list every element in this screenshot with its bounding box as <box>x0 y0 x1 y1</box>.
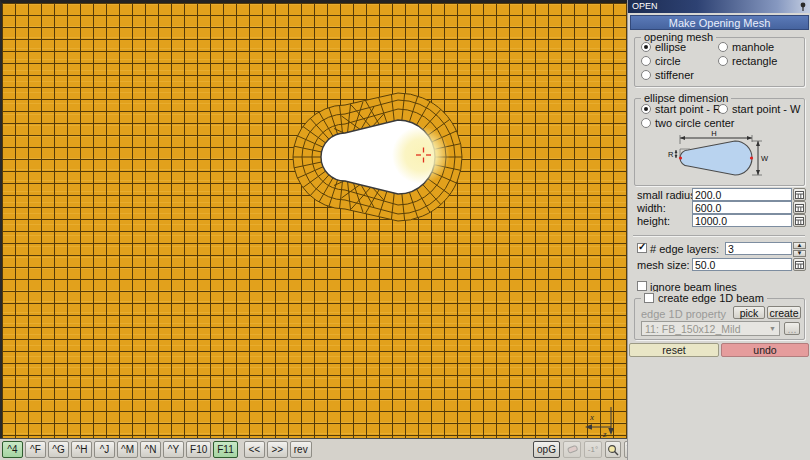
fkey-button[interactable]: F10 <box>186 441 211 458</box>
calculator-icon[interactable] <box>793 201 806 214</box>
radio-start-point-w[interactable]: start point - W <box>718 103 800 115</box>
edge-layers-input[interactable] <box>725 242 792 255</box>
fkey-button[interactable]: F11 <box>213 441 238 458</box>
fkey-button[interactable]: ^J <box>94 441 115 458</box>
small-radius-label: small radius: <box>637 189 699 201</box>
calculator-icon[interactable] <box>793 258 806 271</box>
radio-icon <box>641 42 651 52</box>
radio-icon <box>641 104 651 114</box>
mesh-size-input[interactable] <box>692 258 792 271</box>
dialog-header: Make Opening Mesh <box>630 15 809 30</box>
radio-icon <box>641 56 651 66</box>
dropdown-value: 11: FB_150x12_Mild <box>645 323 741 335</box>
spinner-down-icon[interactable]: ▼ <box>793 250 806 257</box>
radio-label: start point - W <box>732 103 800 115</box>
small-radius-input[interactable] <box>692 188 792 201</box>
radio-start-point-r[interactable]: start point - R <box>641 103 721 115</box>
eraser-icon[interactable] <box>563 441 581 458</box>
diagram-w-label: W <box>761 154 769 163</box>
radio-label: stiffener <box>655 69 694 81</box>
radio-label: manhole <box>732 41 774 53</box>
fkey-button[interactable]: ^M <box>117 441 138 458</box>
start-point-marker <box>679 156 682 159</box>
fkey-button[interactable]: ^G <box>48 441 69 458</box>
diagram-r-label: R <box>668 150 674 159</box>
opening-mesh-hole <box>250 60 490 250</box>
height-label: height: <box>637 215 670 227</box>
radio-icon <box>718 42 728 52</box>
create-button[interactable]: create <box>767 306 801 319</box>
radio-icon <box>641 70 651 80</box>
pin-icon[interactable] <box>799 2 807 15</box>
radio-label: two circle center <box>655 117 734 129</box>
radio-stiffener[interactable]: stiffener <box>641 69 694 81</box>
undo-button[interactable]: undo <box>721 343 809 357</box>
opg-button[interactable]: opG <box>533 441 560 458</box>
radio-label: start point - R <box>655 103 721 115</box>
spinner-up-icon[interactable]: ▲ <box>793 242 806 249</box>
end-point-marker <box>750 156 753 159</box>
radio-two-circle-center[interactable]: two circle center <box>641 117 734 129</box>
diagram-h-label: H <box>711 130 716 138</box>
view-tools-group: opG -1° <box>533 441 638 458</box>
fkey-button[interactable]: ^Y <box>163 441 184 458</box>
calculator-icon[interactable] <box>793 188 806 201</box>
edge-layers-checkbox[interactable]: ✓ <box>637 243 647 253</box>
reset-button[interactable]: reset <box>629 343 719 357</box>
create-edge-beam-checkbox[interactable] <box>644 293 654 303</box>
more-button[interactable]: ... <box>784 322 800 335</box>
radio-rectangle[interactable]: rectangle <box>718 55 777 67</box>
edge-layers-spinner[interactable]: ▲ ▼ <box>793 242 806 255</box>
application-window: x z ^4 ^F ^G ^H ^J ^M ^N ^Y F10 F11 << >… <box>0 0 810 460</box>
make-opening-mesh-panel: OPEN Make Opening Mesh opening mesh elli… <box>627 0 810 460</box>
radio-icon <box>718 56 728 66</box>
radio-ellipse[interactable]: ellipse <box>641 41 686 53</box>
fkey-button[interactable]: ^H <box>71 441 92 458</box>
fkey-button[interactable]: ^N <box>140 441 161 458</box>
diagram-shape <box>680 141 752 175</box>
create-edge-beam-legend: create edge 1D beam <box>641 292 767 304</box>
radio-icon <box>641 118 651 128</box>
radio-icon <box>718 104 728 114</box>
axis-x-label: x <box>589 412 594 422</box>
panel-titlebar: OPEN <box>628 0 810 13</box>
edge-property-label: edge 1D property <box>641 308 726 320</box>
width-input[interactable] <box>692 201 792 214</box>
fkey-button[interactable]: ^F <box>25 441 46 458</box>
mesh-viewport[interactable]: x z <box>0 0 627 438</box>
chevron-down-icon: ▼ <box>769 325 776 332</box>
create-edge-beam-label: create edge 1D beam <box>658 292 764 304</box>
page-forward-button[interactable]: >> <box>267 441 288 458</box>
radio-label: circle <box>655 55 681 67</box>
rotate-angle-icon[interactable]: -1° <box>584 441 602 458</box>
reverse-button[interactable]: rev <box>290 441 312 458</box>
edge-property-dropdown[interactable]: 11: FB_150x12_Mild ▼ <box>641 321 780 336</box>
radio-label: ellipse <box>655 41 686 53</box>
ellipse-dimension-diagram: H R W <box>666 130 770 184</box>
check-icon: ✓ <box>638 241 646 252</box>
pick-button[interactable]: pick <box>733 306 765 319</box>
calculator-icon[interactable] <box>793 214 806 227</box>
radio-label: rectangle <box>732 55 777 67</box>
radio-circle[interactable]: circle <box>641 55 681 67</box>
bottom-toolbar: ^4 ^F ^G ^H ^J ^M ^N ^Y F10 F11 << >> re… <box>0 438 627 460</box>
mesh-size-label: mesh size: <box>637 259 690 271</box>
separator <box>633 235 805 237</box>
radio-manhole[interactable]: manhole <box>718 41 774 53</box>
ignore-beam-lines-checkbox[interactable] <box>637 281 647 291</box>
page-back-button[interactable]: << <box>244 441 265 458</box>
fkey-button-group: ^4 ^F ^G ^H ^J ^M ^N ^Y F10 F11 << >> re… <box>2 441 312 458</box>
fkey-button[interactable]: ^4 <box>2 441 23 458</box>
panel-title: OPEN <box>632 1 658 11</box>
height-input[interactable] <box>692 214 792 227</box>
axes-triad: x z <box>580 402 622 440</box>
width-label: width: <box>637 202 666 214</box>
magnifier-icon[interactable] <box>605 441 621 458</box>
edge-layers-label: # edge layers: <box>650 243 719 255</box>
